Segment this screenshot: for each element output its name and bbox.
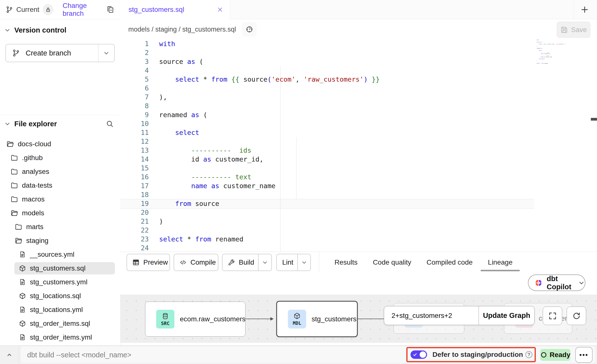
code-line-14: 14 id as customer_id,: [120, 155, 597, 164]
code-icon: [179, 258, 187, 266]
code-editor[interactable]: 1with23source as (45 select * from {{ so…: [120, 39, 597, 252]
search-icon[interactable]: [106, 120, 114, 128]
preview-label: Preview: [143, 258, 168, 266]
command-placeholder: dbt build --select <model_name>: [27, 351, 131, 359]
file-item-label: stg_order_items.sql: [30, 320, 90, 328]
file-item-data-tests[interactable]: data-tests: [0, 179, 120, 192]
tab-results[interactable]: Results: [335, 252, 357, 273]
gauge-icon[interactable]: [243, 22, 256, 36]
section-divider: [0, 115, 120, 115]
copy-icon[interactable]: [106, 5, 114, 14]
doc-file-icon: [19, 251, 26, 258]
code-line-8: 8: [120, 102, 597, 110]
dbt-copilot-label: dbt Copilot: [547, 275, 575, 291]
scrollbar-thumb[interactable]: [591, 118, 597, 121]
save-button[interactable]: Save: [557, 22, 590, 38]
file-item-label: analyses: [22, 168, 49, 176]
build-button[interactable]: Build: [222, 254, 272, 271]
file-item-label: data-tests: [22, 182, 52, 189]
lint-button[interactable]: Lint: [276, 254, 311, 271]
file-item-label: .github: [22, 154, 43, 162]
create-branch-button[interactable]: Create branch: [5, 44, 115, 62]
refresh-icon[interactable]: [567, 307, 586, 325]
file-item-stg-order-items-sql[interactable]: stg_order_items.sql: [0, 317, 120, 330]
tab-lineage[interactable]: Lineage: [488, 252, 513, 273]
dbt-copilot-button[interactable]: dbt Copilot: [528, 274, 585, 291]
current-branch-label: Current: [16, 6, 39, 14]
indent-guide: [296, 137, 297, 199]
lineage-edge: [245, 319, 273, 319]
action-bar: Preview Compile Build Lint ResultsCode q…: [120, 252, 597, 273]
file-item-analyses[interactable]: analyses: [0, 165, 120, 179]
build-dropdown[interactable]: [258, 254, 271, 271]
folder-icon: [10, 182, 18, 189]
file-item-docs-cloud[interactable]: docs-cloud: [0, 137, 120, 151]
ready-label: Ready: [550, 351, 570, 359]
chevron-up-icon[interactable]: [5, 351, 14, 359]
file-item-models[interactable]: models: [0, 206, 120, 220]
preview-button[interactable]: Preview: [127, 254, 170, 271]
folder-icon: [10, 195, 18, 203]
create-branch-label: Create branch: [26, 49, 71, 57]
git-branch-icon: [12, 49, 20, 57]
new-tab-button[interactable]: [578, 3, 591, 16]
chevron-down-icon: [4, 120, 11, 127]
code-line-20: 20: [120, 208, 597, 217]
file-item--github[interactable]: .github: [0, 151, 120, 165]
file-item-stg-locations-yml[interactable]: stg_locations.yml: [0, 303, 120, 317]
file-tree: docs-cloud.githubanalysesdata-testsmacro…: [0, 137, 120, 344]
database-icon: SRC: [156, 310, 174, 328]
tab-code-quality[interactable]: Code quality: [373, 252, 411, 273]
file-explorer-section-header[interactable]: File explorer: [4, 118, 116, 130]
save-icon: [560, 26, 568, 34]
file-item-stg-locations-sql[interactable]: stg_locations.sql: [0, 289, 120, 303]
lineage-node-ecom-raw-customers[interactable]: SRCecom.raw_customers: [145, 302, 245, 337]
more-options-button[interactable]: •••: [575, 347, 593, 363]
lineage-graph[interactable]: SRCecom.raw_customersMDLstg_customersMDL…: [120, 295, 597, 343]
file-item-label: stg_customers.sql: [30, 264, 86, 272]
code-lines: 1with23source as (45 select * from {{ so…: [120, 39, 597, 252]
git-branch-icon: [5, 6, 13, 14]
defer-toggle[interactable]: [410, 350, 427, 359]
code-line-21: 21): [120, 217, 597, 226]
breadcrumb: models / staging / stg_customers.sql: [128, 26, 236, 33]
file-item-stg-customers-sql[interactable]: stg_customers.sql: [0, 261, 120, 275]
compile-button[interactable]: Compile: [174, 254, 218, 271]
file-item-label: staging: [26, 237, 48, 245]
file-item-label: stg_locations.yml: [30, 306, 83, 314]
file-item-stg-order-items-yml[interactable]: stg_order_items.yml: [0, 330, 120, 344]
result-tabs: ResultsCode qualityCompiled codeLineage: [335, 252, 512, 273]
file-item-macros[interactable]: macros: [0, 192, 120, 206]
update-graph-button[interactable]: Update Graph: [479, 306, 534, 325]
file-item-label: macros: [22, 195, 45, 203]
code-line-7: 7),: [120, 93, 597, 102]
save-label: Save: [571, 26, 587, 34]
file-item-staging[interactable]: staging: [0, 234, 120, 248]
file-item-label: __sources.yml: [30, 251, 75, 258]
close-icon[interactable]: [217, 6, 224, 13]
tab-stg-customers-sql[interactable]: stg_customers.sql: [120, 0, 230, 19]
code-line-1: 1with: [120, 39, 597, 48]
help-icon[interactable]: ?: [525, 351, 532, 358]
editor-minimap[interactable]: withsource as ( select * from {{ source(…: [537, 39, 566, 65]
code-line-5: 5 select * from {{ source('ecom', 'raw_c…: [120, 75, 597, 84]
file-item--sources-yml[interactable]: __sources.yml: [0, 248, 120, 261]
panel-divider: [319, 252, 319, 273]
lineage-node-stg-customers[interactable]: MDLstg_customers: [276, 301, 358, 337]
create-branch-dropdown[interactable]: [98, 50, 114, 56]
lineage-node-label: stg_customers: [312, 315, 356, 323]
code-line-17: 17 name as customer_name: [120, 182, 597, 190]
ready-status-badge: Ready: [540, 349, 570, 361]
lineage-selector-input[interactable]: 2+stg_customers+2: [384, 306, 479, 325]
file-item-stg-customers-yml[interactable]: stg_customers.yml: [0, 275, 120, 289]
change-branch-link[interactable]: Change branch: [63, 2, 106, 18]
file-item-label: models: [22, 209, 44, 217]
code-line-18: 18: [120, 190, 597, 199]
version-control-section-header[interactable]: Version control: [4, 24, 112, 36]
tab-compiled-code[interactable]: Compiled code: [427, 252, 473, 273]
build-label: Build: [239, 258, 254, 266]
fullscreen-button[interactable]: [543, 307, 562, 325]
statusbar-divider: [19, 346, 19, 364]
file-item-marts[interactable]: marts: [0, 220, 120, 234]
lint-dropdown[interactable]: [297, 254, 310, 271]
